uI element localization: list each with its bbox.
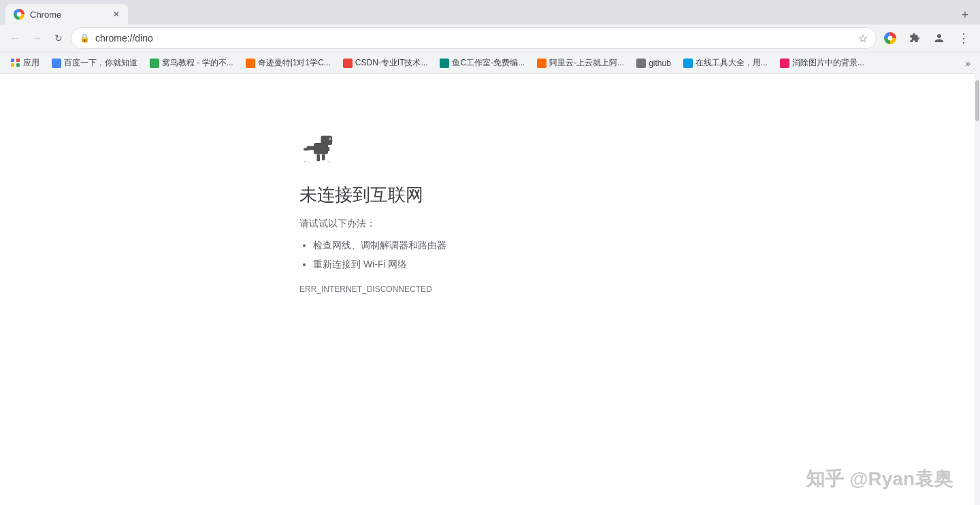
reload-button[interactable]: ↻ — [49, 29, 68, 48]
tools-favicon-icon — [683, 59, 693, 68]
toolbar: ← → ↻ 🔒 ☆ — [0, 25, 980, 52]
bookmark-qiman[interactable]: 奇迹曼特|1对1学C... — [240, 55, 336, 71]
bookmark-github[interactable]: github — [631, 55, 676, 71]
tab-bar: Chrome ✕ + — [0, 0, 980, 25]
address-bar[interactable]: 🔒 ☆ — [71, 27, 877, 49]
bookmark-baidu-label: 百度一下，你就知道 — [64, 57, 137, 69]
bookmark-fishc[interactable]: 鱼C工作室-免费编... — [434, 55, 530, 71]
chrome-logo-toolbar-icon — [884, 32, 896, 44]
profile-button[interactable] — [928, 27, 950, 49]
svg-rect-5 — [321, 143, 329, 147]
puzzle-icon — [909, 33, 920, 44]
error-suggestions-list: 检查网线、调制解调器和路由器 重新连接到 Wi-Fi 网络 — [299, 235, 446, 274]
bookmark-removebg[interactable]: 消除图片中的背景... — [774, 55, 870, 71]
active-tab[interactable]: Chrome ✕ — [5, 4, 128, 25]
removebg-favicon-icon — [780, 59, 789, 68]
dino-body — [304, 136, 333, 163]
chrome-logo-icon — [14, 9, 24, 20]
bookmark-removebg-label: 消除图片中的背景... — [792, 57, 864, 69]
bookmark-tools[interactable]: 在线工具大全，用... — [678, 55, 773, 71]
bookmark-github-label: github — [649, 59, 671, 68]
svg-rect-9 — [317, 154, 321, 162]
tab-title: Chrome — [30, 10, 108, 20]
browser-chrome: Chrome ✕ + ← → ↻ 🔒 ☆ — [0, 0, 980, 74]
svg-rect-13 — [327, 161, 329, 163]
extensions-button[interactable] — [904, 27, 926, 49]
bookmark-csdn-label: CSDN-专业IT技术... — [355, 57, 428, 69]
error-code: ERR_INTERNET_DISCONNECTED — [299, 284, 432, 294]
bookmarks-more-button[interactable]: » — [961, 55, 975, 71]
bookmark-tools-label: 在线工具大全，用... — [696, 57, 768, 69]
fishc-favicon-icon — [440, 59, 449, 68]
bookmark-fishc-label: 鱼C工作室-免费编... — [452, 57, 525, 69]
tab-favicon — [14, 9, 24, 20]
github-favicon-icon — [636, 59, 646, 68]
profile-icon — [933, 32, 945, 44]
watermark: 知乎 @Ryan袁奥 — [806, 466, 953, 492]
tab-actions: ✕ — [113, 10, 120, 19]
bookmark-apps[interactable]: 应用 — [5, 55, 45, 71]
dino-icon — [299, 129, 340, 169]
dino-container — [299, 129, 340, 172]
suggestion-1: 检查网线、调制解调器和路由器 — [313, 235, 446, 255]
svg-rect-7 — [304, 148, 309, 151]
svg-rect-12 — [309, 162, 310, 163]
woniao-favicon-icon — [150, 59, 159, 68]
apps-grid-icon — [11, 59, 20, 68]
bookmark-baidu[interactable]: 百度一下，你就知道 — [46, 55, 143, 71]
bookmarks-bar: 应用 百度一下，你就知道 窝鸟教程 - 学的不... 奇迹曼特|1对1学C...… — [0, 52, 980, 74]
svg-rect-11 — [305, 161, 306, 162]
svg-rect-10 — [327, 147, 330, 151]
scrollbar-thumb[interactable] — [975, 80, 979, 121]
back-button[interactable]: ← — [5, 29, 24, 48]
bookmark-aliyun[interactable]: 阿里云-上云就上阿... — [532, 55, 630, 71]
chrome-icon-button[interactable] — [879, 27, 901, 49]
scrollbar-track — [975, 74, 980, 505]
bookmark-qiman-label: 奇迹曼特|1对1学C... — [258, 57, 331, 69]
svg-rect-3 — [329, 138, 331, 140]
svg-rect-4 — [331, 140, 333, 142]
csdn-favicon-icon — [343, 59, 353, 68]
page-content: 未连接到互联网 请试试以下办法： 检查网线、调制解调器和路由器 重新连接到 Wi… — [0, 74, 980, 505]
error-title: 未连接到互联网 — [299, 183, 423, 207]
bookmark-aliyun-label: 阿里云-上云就上阿... — [549, 57, 624, 69]
suggestion-2: 重新连接到 Wi-Fi 网络 — [313, 255, 446, 274]
menu-button[interactable]: ⋮ — [953, 27, 975, 49]
tab-close-icon[interactable]: ✕ — [113, 10, 120, 19]
bookmark-csdn[interactable]: CSDN-专业IT技术... — [338, 55, 434, 71]
url-input[interactable] — [95, 33, 853, 44]
aliyun-favicon-icon — [537, 59, 546, 68]
error-subtitle: 请试试以下办法： — [299, 218, 376, 230]
bookmark-woniao[interactable]: 窝鸟教程 - 学的不... — [144, 55, 239, 71]
forward-button[interactable]: → — [27, 29, 46, 48]
toolbar-right-icons: ⋮ — [879, 27, 975, 49]
bookmark-star-icon[interactable]: ☆ — [858, 32, 868, 45]
baidu-favicon-icon — [52, 59, 61, 68]
svg-rect-8 — [322, 154, 325, 161]
new-tab-button[interactable]: + — [956, 5, 975, 25]
qiman-favicon-icon — [246, 59, 255, 68]
bookmark-woniao-label: 窝鸟教程 - 学的不... — [162, 57, 233, 69]
security-icon: 🔒 — [80, 33, 90, 43]
bookmark-apps-label: 应用 — [23, 57, 39, 69]
